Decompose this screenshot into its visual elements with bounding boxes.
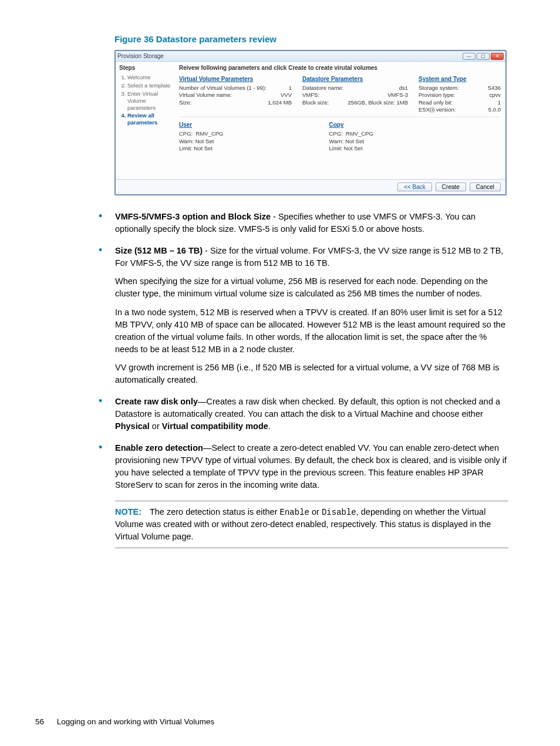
bullet-size-p1: When specifying the size for a virtual v… [115,275,508,300]
provision-storage-window: Provision Storage — ▢ ✕ Steps Welcome Se… [114,50,507,195]
window-titlebar: Provision Storage — ▢ ✕ [116,51,505,62]
system-type-title: System and Type [419,75,501,83]
back-button[interactable]: << Back [397,183,432,191]
user-title: User [179,121,224,129]
window-title: Provision Storage [117,52,164,60]
window-close-button[interactable]: ✕ [491,53,504,60]
bullet-vmfs-option: VMFS-5/VMFS-3 option and Block Size - Sp… [99,211,508,235]
copy-title: Copy [329,121,374,129]
page-footer: 56 Logging on and working with Virtual V… [35,717,214,726]
step-enter-vv-params[interactable]: Enter Virtual Volume parameters [127,90,171,112]
footer-text: Logging on and working with Virtual Volu… [57,717,214,726]
vv-params-title: Virtual Volume Parameters [179,75,292,83]
vv-params-section: Virtual Volume Parameters Number of Virt… [179,75,292,113]
step-welcome[interactable]: Welcome [127,74,171,81]
bullet-size: Size (512 MB – 16 TB) - Size for the vir… [99,245,508,386]
figure-caption: Figure 36 Datastore parameters review [114,34,525,44]
bullet-size-p3: VV growth increment is 256 MB (i.e., If … [115,362,508,386]
cancel-button[interactable]: Cancel [470,183,501,191]
step-review-all[interactable]: Review all parameters [127,112,171,126]
step-select-template[interactable]: Select a template [127,82,171,89]
system-type-section: System and Type Storage system:S436 Prov… [419,75,501,113]
steps-header: Steps [119,64,171,72]
bullet-zero-detection: Enable zero detection—Select to create a… [99,442,508,491]
window-maximize-button[interactable]: ▢ [477,53,490,60]
wizard-button-bar: << Back Create Cancel [116,179,505,194]
datastore-params-section: Datastore Parameters Datastore name:ds1 … [302,75,408,113]
note-label: NOTE: [115,507,141,517]
note-block: NOTE: The zero detection status is eithe… [115,501,508,548]
review-instruction: Reivew following parameters and click Cr… [179,64,501,72]
copy-section: Copy CPG: RMV_CPG Warn: Not Set Limit: N… [329,121,374,152]
datastore-params-title: Datastore Parameters [302,75,408,83]
user-section: User CPG: RMV_CPG Warn: Not Set Limit: N… [179,121,224,152]
wizard-steps-sidebar: Steps Welcome Select a template Enter Vi… [116,62,174,179]
bullet-size-p2: In a two node system, 512 MB is reserved… [115,306,508,356]
bullet-raw-disk: Create raw disk only—Creates a raw disk … [99,396,508,433]
window-minimize-button[interactable]: — [463,53,475,60]
create-button[interactable]: Create [436,183,466,191]
page-number: 56 [35,717,44,726]
